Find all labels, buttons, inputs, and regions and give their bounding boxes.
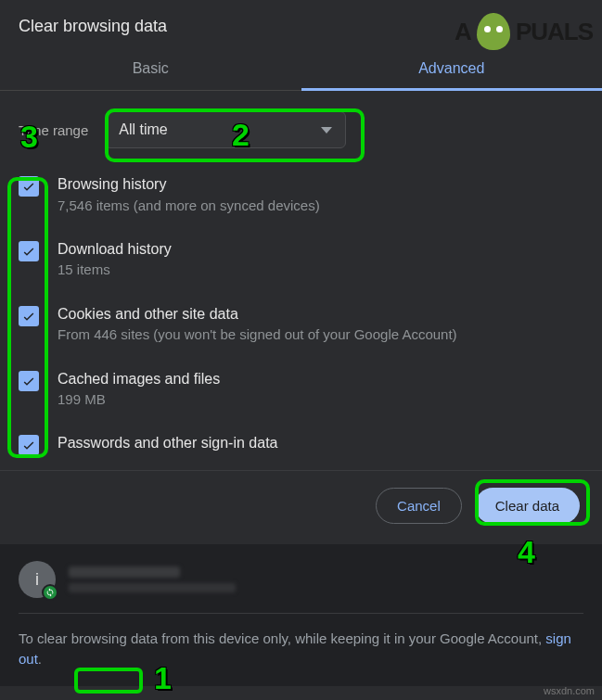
- check-icon: [21, 438, 36, 452]
- check-icon: [21, 244, 36, 259]
- account-email-redacted: [69, 583, 236, 592]
- sync-badge-icon: [42, 584, 58, 601]
- account-info: [69, 566, 583, 592]
- watermark-post: PUALS: [516, 18, 593, 46]
- watermark-pre: A: [455, 18, 471, 46]
- option-title: Cached images and files: [58, 369, 583, 389]
- clear-data-button[interactable]: Clear data: [475, 488, 580, 524]
- footer-text-post: .: [38, 651, 42, 667]
- option-browsing-history[interactable]: Browsing history 7,546 items (and more o…: [19, 165, 583, 230]
- dialog-actions: Cancel Clear data: [0, 470, 602, 544]
- account-name-redacted: [69, 566, 180, 578]
- option-sub: 7,546 items (and more on synced devices): [58, 197, 583, 215]
- account-row: i: [19, 561, 583, 614]
- option-sub: 15 items: [58, 261, 583, 279]
- option-title: Passwords and other sign-in data: [58, 433, 583, 453]
- option-title: Cookies and other site data: [58, 304, 583, 325]
- avatar-initial: i: [35, 570, 39, 590]
- option-text: Cookies and other site data From 446 sit…: [58, 304, 583, 345]
- option-text: Download history 15 items: [58, 239, 583, 280]
- tab-basic[interactable]: Basic: [0, 47, 301, 90]
- option-title: Download history: [58, 239, 583, 260]
- option-text: Passwords and other sign-in data: [58, 433, 583, 453]
- time-range-value: All time: [119, 121, 167, 138]
- dialog-tabs: Basic Advanced: [0, 47, 602, 91]
- chevron-down-icon: [321, 127, 332, 134]
- account-section: i To clear browsing data from this devic…: [0, 544, 602, 686]
- option-cached[interactable]: Cached images and files 199 MB: [19, 360, 583, 425]
- option-sub: 199 MB: [58, 390, 583, 409]
- cancel-button[interactable]: Cancel: [376, 488, 462, 524]
- tab-advanced[interactable]: Advanced: [301, 47, 603, 90]
- option-sub: From 446 sites (you won't be signed out …: [58, 325, 583, 344]
- checkbox-cached[interactable]: [19, 371, 39, 391]
- checkbox-passwords[interactable]: [19, 435, 39, 455]
- clear-browsing-data-dialog: Clear browsing data Basic Advanced Time …: [0, 0, 602, 686]
- site-credit: wsxdn.com: [544, 685, 595, 696]
- checkbox-download-history[interactable]: [19, 241, 39, 261]
- option-cookies[interactable]: Cookies and other site data From 446 sit…: [19, 295, 583, 360]
- option-download-history[interactable]: Download history 15 items: [19, 230, 583, 295]
- options-list: Browsing history 7,546 items (and more o…: [0, 165, 602, 470]
- check-icon: [21, 309, 36, 324]
- option-text: Browsing history 7,546 items (and more o…: [58, 174, 583, 215]
- time-range-label: Time range: [19, 122, 88, 138]
- appuals-watermark: A PUALS: [455, 13, 593, 50]
- check-icon: [21, 374, 36, 388]
- avatar: i: [19, 561, 56, 598]
- appuals-logo-icon: [477, 13, 510, 50]
- footer-text-pre: To clear browsing data from this device …: [19, 630, 545, 646]
- checkbox-cookies[interactable]: [19, 306, 39, 326]
- option-title: Browsing history: [58, 174, 583, 195]
- option-passwords[interactable]: Passwords and other sign-in data: [19, 424, 583, 470]
- option-text: Cached images and files 199 MB: [58, 369, 583, 410]
- time-range-row: Time range All time: [0, 91, 602, 165]
- footer-note: To clear browsing data from this device …: [19, 614, 583, 669]
- checkbox-browsing-history[interactable]: [19, 176, 39, 197]
- check-icon: [21, 179, 36, 194]
- time-range-select[interactable]: All time: [105, 111, 346, 148]
